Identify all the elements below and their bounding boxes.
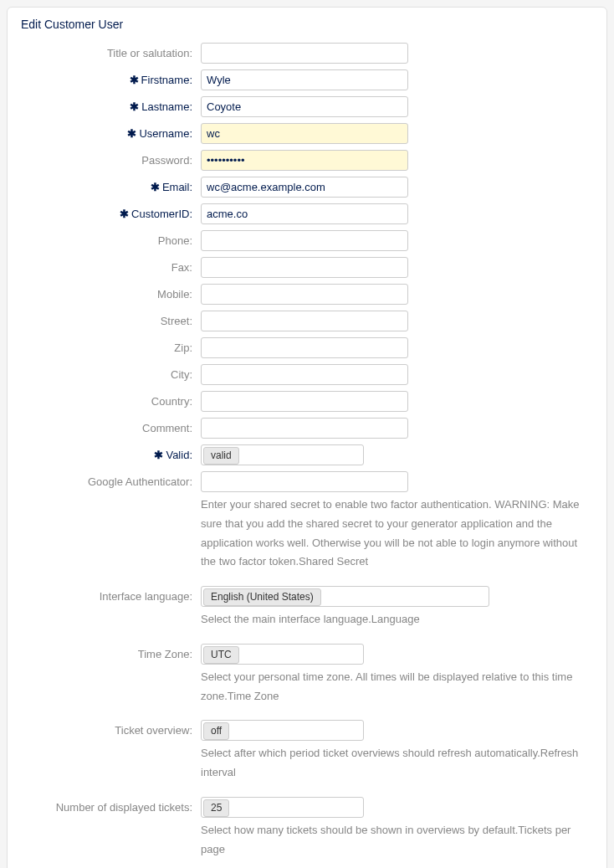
zip-input[interactable]: [201, 337, 408, 358]
label-title-salutation: Title or salutation:: [21, 43, 201, 59]
valid-value: valid: [203, 447, 239, 465]
help-ticket-overview: Select after which period ticket overvie…: [201, 744, 593, 783]
help-google-auth: Enter your shared secret to enable two f…: [201, 496, 593, 572]
valid-select[interactable]: valid: [201, 444, 364, 465]
title-salutation-input[interactable]: [201, 43, 408, 64]
google-auth-input[interactable]: [201, 471, 408, 492]
required-icon: ✱: [120, 208, 129, 220]
help-num-tickets: Select how many tickets should be shown …: [201, 821, 593, 860]
phone-input[interactable]: [201, 230, 408, 251]
fax-input[interactable]: [201, 257, 408, 278]
label-google-auth: Google Authenticator:: [21, 471, 201, 488]
panel-title: Edit Customer User: [21, 18, 593, 31]
country-input[interactable]: [201, 391, 408, 412]
required-icon: ✱: [130, 100, 139, 113]
label-valid: ✱Valid:: [21, 444, 201, 461]
label-comment: Comment:: [21, 418, 201, 434]
firstname-input[interactable]: [201, 69, 408, 90]
help-language: Select the main interface language.Langu…: [201, 610, 593, 629]
edit-customer-panel: Edit Customer User Title or salutation: …: [7, 7, 607, 868]
label-country: Country:: [21, 391, 201, 408]
label-num-tickets: Number of displayed tickets:: [21, 797, 201, 814]
password-input[interactable]: [201, 150, 408, 171]
language-select[interactable]: English (United States): [201, 586, 489, 607]
timezone-select[interactable]: UTC: [201, 644, 364, 665]
label-street: Street:: [21, 311, 201, 327]
mobile-input[interactable]: [201, 284, 408, 305]
city-input[interactable]: [201, 364, 408, 385]
lastname-input[interactable]: [201, 96, 408, 117]
label-firstname: ✱Firstname:: [21, 69, 201, 86]
customerid-input[interactable]: [201, 203, 408, 224]
num-tickets-value: 25: [203, 799, 229, 817]
label-fax: Fax:: [21, 257, 201, 274]
required-icon: ✱: [130, 74, 139, 86]
email-input[interactable]: [201, 177, 408, 198]
username-input[interactable]: [201, 123, 408, 144]
language-value: English (United States): [203, 588, 321, 606]
label-phone: Phone:: [21, 230, 201, 247]
label-customerid: ✱CustomerID:: [21, 203, 201, 220]
ticket-overview-value: off: [203, 722, 229, 740]
num-tickets-select[interactable]: 25: [201, 797, 364, 818]
timezone-value: UTC: [203, 646, 239, 664]
label-language: Interface language:: [21, 586, 201, 603]
street-input[interactable]: [201, 311, 408, 331]
label-mobile: Mobile:: [21, 284, 201, 300]
required-icon: ✱: [154, 449, 163, 461]
label-timezone: Time Zone:: [21, 644, 201, 660]
label-username: ✱Username:: [21, 123, 201, 140]
label-lastname: ✱Lastname:: [21, 96, 201, 113]
help-timezone: Select your personal time zone. All time…: [201, 668, 593, 706]
label-ticket-overview: Ticket overview:: [21, 720, 201, 737]
required-icon: ✱: [151, 181, 160, 193]
label-password: Password:: [21, 150, 201, 167]
label-zip: Zip:: [21, 337, 201, 354]
ticket-overview-select[interactable]: off: [201, 720, 364, 741]
label-city: City:: [21, 364, 201, 381]
label-email: ✱Email:: [21, 177, 201, 193]
comment-input[interactable]: [201, 418, 408, 439]
required-icon: ✱: [127, 127, 136, 140]
